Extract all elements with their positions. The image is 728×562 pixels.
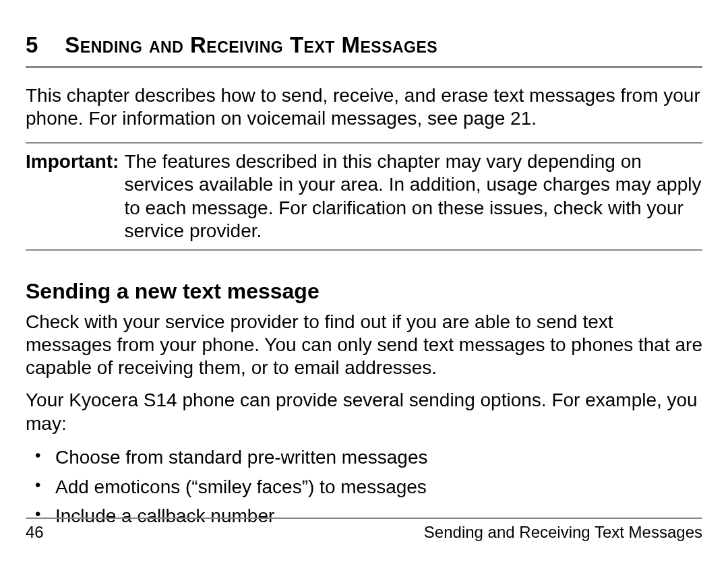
list-item: Choose from standard pre-written message… (26, 445, 702, 470)
page-number: 46 (26, 523, 44, 542)
page-footer: 46 Sending and Receiving Text Messages (26, 518, 702, 542)
important-note: Important: The features described in thi… (26, 150, 702, 243)
chapter-title: Sending and Receiving Text Messages (65, 32, 437, 58)
divider (26, 249, 702, 251)
chapter-number: 5 (26, 32, 38, 58)
chapter-header: 5 Sending and Receiving Text Messages (26, 32, 702, 58)
body-paragraph: Check with your service provider to find… (26, 311, 702, 379)
body-paragraph: Your Kyocera S14 phone can provide sever… (26, 389, 702, 435)
footer-title: Sending and Receiving Text Messages (424, 523, 702, 542)
important-body: The features described in this chapter m… (124, 150, 702, 243)
bullet-list: Choose from standard pre-written message… (26, 445, 702, 529)
divider (26, 66, 702, 68)
divider (26, 518, 702, 519)
important-label: Important: (26, 150, 119, 243)
intro-paragraph: This chapter describes how to send, rece… (26, 84, 702, 130)
list-item: Add emoticons (“smiley faces”) to messag… (26, 474, 702, 500)
divider (26, 142, 702, 144)
section-heading: Sending a new text message (26, 279, 702, 304)
